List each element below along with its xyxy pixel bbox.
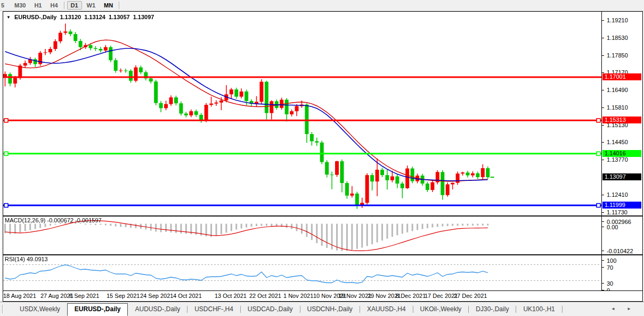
macd-tick (602, 221, 604, 222)
price-tick (602, 160, 604, 160)
rsi-tick-label: 30 (607, 280, 613, 287)
date-label: 27 Dec 2021 (454, 293, 487, 299)
level-price-tag: 1.15313 (602, 117, 641, 123)
price-tick-label: 1.11730 (607, 209, 627, 215)
price-tick (602, 142, 604, 143)
candlestick-chart-canvas[interactable] (3, 12, 601, 215)
timeframe-button-w1[interactable]: W1 (83, 1, 100, 10)
level-price-tag: 1.11999 (602, 202, 641, 209)
price-tick (602, 125, 604, 126)
chart-tab-dj30-daily[interactable]: DJ30-,Daily (469, 304, 516, 315)
main-chart-pane: ▼EURUSD-,Daily1.131201.131241.130571.130… (3, 12, 642, 215)
macd-tick (602, 227, 604, 227)
date-label: 8 Dec 2021 (396, 293, 426, 299)
rsi-tick (602, 267, 604, 268)
price-tick (602, 20, 604, 21)
rsi-plot[interactable]: RSI(14) 49.0913 (3, 255, 601, 290)
rsi-axis[interactable]: 10070300 (601, 255, 642, 290)
chevron-down-icon[interactable]: ▼ (6, 15, 11, 20)
ohlc-open: 1.13120 (60, 14, 81, 20)
price-tick (602, 107, 604, 108)
chart-tab-ukoil-weekly[interactable]: UKOil-,Weekly (413, 304, 469, 315)
price-axis[interactable]: 1.192101.185301.178501.171701.164901.158… (601, 12, 642, 215)
timeframe-button-d1[interactable]: D1 (67, 1, 82, 10)
chart-tab-usdchf-h4[interactable]: USDCHF-,H4 (188, 304, 240, 315)
timeframe-button-mn[interactable]: MN (100, 1, 117, 10)
chart-tab-usdcad-daily[interactable]: USDCAD-,Daily (241, 304, 300, 315)
date-label: 18 Aug 2021 (3, 293, 36, 299)
chart-tab-xauusd-h4[interactable]: XAUUSD-,H4 (360, 304, 413, 315)
macd-axis[interactable]: 0.0029660.00-0.010422 (601, 217, 642, 254)
rsi-value: 49.0913 (27, 256, 48, 262)
rsi-pane: RSI(14) 49.0913 10070300 (3, 255, 642, 290)
price-tick-label: 1.15810 (607, 104, 628, 111)
macd-tick-label: -0.010422 (607, 248, 633, 254)
rsi-tick (602, 260, 604, 261)
macd-plot[interactable]: MACD(12,26,9) -0.000672 -0.001597 (3, 217, 601, 254)
rsi-label: RSI(14) 49.0913 (5, 256, 48, 262)
price-tick (602, 90, 604, 90)
chart-tab-usdcnh-daily[interactable]: USDCNH-,Daily (300, 304, 360, 315)
rsi-canvas[interactable] (3, 255, 601, 290)
timeframe-button-h1[interactable]: H1 (30, 1, 45, 10)
rsi-name: RSI(14) (5, 256, 25, 262)
price-tick-label: 1.19210 (607, 17, 628, 23)
chart-tab-bar: USDX,WeeklyEURUSD-,DailyAUDUSD-,DailyUSD… (0, 302, 644, 316)
date-label: 4 Oct 2021 (173, 293, 202, 299)
toolbar-separator (64, 2, 65, 9)
toolbar-separator (119, 2, 120, 9)
price-tick (602, 55, 604, 56)
main-chart-plot[interactable]: ▼EURUSD-,Daily1.131201.131241.130571.130… (3, 12, 601, 215)
date-label: 15 Sep 2021 (107, 293, 140, 299)
ohlc-high: 1.13124 (84, 14, 105, 20)
macd-name: MACD(12,26,9) (5, 217, 45, 223)
timeframe-button-m30[interactable]: M30 (11, 1, 29, 10)
tab-separator (562, 306, 563, 313)
date-label: 27 Aug 2021 (40, 293, 74, 299)
price-tick-label: 1.14450 (607, 139, 628, 145)
date-label: 17 Dec 2021 (425, 293, 458, 299)
price-tick (602, 38, 604, 38)
timeframe-toolbar: 5M30H1H4D1W1MN (0, 0, 644, 11)
chart-tab-audusd-daily[interactable]: AUDUSD-,Daily (128, 304, 187, 315)
date-label: 19 Nov 2021 (338, 293, 371, 299)
price-tick (602, 72, 604, 73)
price-tick (602, 195, 604, 195)
macd-value-main: -0.000672 (47, 217, 74, 223)
date-label: 24 Sep 2021 (140, 293, 173, 299)
date-label: 1 Nov 2021 (283, 293, 313, 299)
macd-label: MACD(12,26,9) -0.000672 -0.001597 (5, 217, 102, 223)
level-price-tag: 1.14016 (602, 150, 641, 157)
ohlc-close: 1.13097 (133, 14, 154, 20)
date-label: 22 Oct 2021 (249, 293, 281, 299)
chart-window: ▼EURUSD-,Daily1.131201.131241.130571.130… (3, 11, 643, 302)
timeframe-button-5[interactable]: 5 (0, 1, 10, 10)
macd-tick (602, 251, 604, 251)
date-axis[interactable]: 18 Aug 202127 Aug 20216 Sep 202115 Sep 2… (3, 291, 642, 301)
rsi-tick (602, 290, 604, 290)
price-tick-label: 1.16490 (607, 87, 628, 93)
timeframe-button-h4[interactable]: H4 (46, 1, 61, 10)
date-label: 6 Sep 2021 (69, 293, 99, 299)
price-tick-label: 1.13770 (607, 156, 628, 163)
date-label: 13 Oct 2021 (215, 293, 247, 299)
chart-tab-eurusd-daily[interactable]: EURUSD-,Daily (67, 303, 128, 316)
tab-bar-lead (0, 302, 13, 316)
chart-symbol-label: EURUSD-,Daily (14, 14, 56, 20)
ohlc-low: 1.13057 (109, 14, 130, 20)
macd-pane: MACD(12,26,9) -0.000672 -0.001597 0.0029… (3, 217, 642, 254)
tab-scroll-arrows[interactable]: ◄ ► (611, 306, 637, 311)
price-tick-label: 1.12410 (607, 192, 628, 198)
chart-tab-usdx-weekly[interactable]: USDX,Weekly (13, 304, 67, 315)
price-tick-label: 1.18530 (607, 35, 628, 41)
price-tick (602, 212, 604, 213)
rsi-tick (602, 283, 604, 284)
level-price-tag: 1.17001 (602, 73, 641, 80)
rsi-tick-label: 70 (607, 264, 613, 271)
macd-tick-label: 0.00 (607, 224, 618, 230)
chart-tab-uk100-h1[interactable]: UK100-,H1 (516, 304, 561, 315)
macd-value-signal: -0.001597 (75, 217, 102, 223)
price-tick-label: 1.17850 (607, 52, 628, 59)
current-price-tag: 1.13097 (602, 173, 641, 180)
rsi-tick-label: 100 (607, 257, 616, 264)
